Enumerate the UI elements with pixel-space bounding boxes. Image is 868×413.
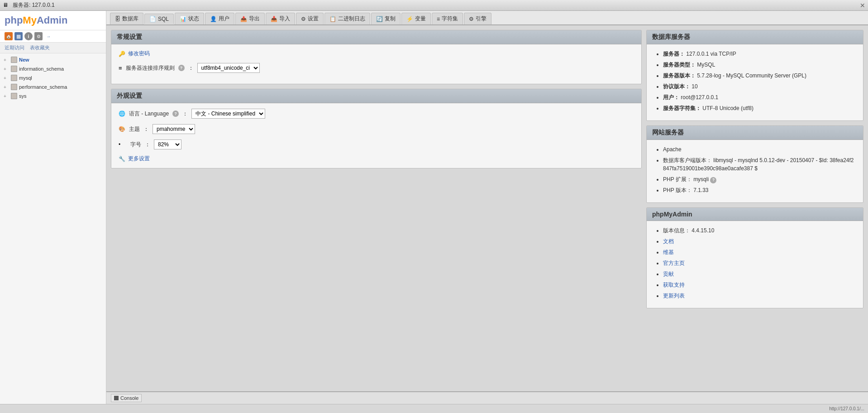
phpmyadmin-info-panel: phpMyAdmin 版本信息： 4.4.15.10文档维基官方主页贡献获取支持… — [646, 207, 863, 308]
web-server-title: 网站服务器 — [647, 126, 863, 140]
db-server-list: 服务器： 127.0.0.1 via TCP/IP服务器类型： MySQL服务器… — [654, 50, 856, 112]
collation-select[interactable]: utf8mb4_unicode_ci utf8_general_ci latin… — [197, 63, 260, 73]
db-list-item[interactable]: + mysql — [0, 73, 106, 82]
pma-info-item[interactable]: 更新列表 — [663, 292, 856, 300]
pma-info-item[interactable]: 官方主页 — [663, 259, 856, 267]
info-icon[interactable]: i — [24, 32, 33, 40]
tab-导入[interactable]: 📥导入 — [266, 13, 295, 24]
web-server-item: PHP 版本： 7.1.33 — [663, 186, 856, 194]
theme-select[interactable]: pmahomme original — [153, 124, 195, 134]
sidebar-nav: 近期访问 表收藏夹 — [0, 43, 106, 53]
fontsize-label: 字号 — [130, 141, 141, 149]
tab-icon: 📋 — [329, 16, 336, 22]
tab-用户[interactable]: 👤用户 — [205, 13, 234, 24]
db-list-item[interactable]: + sys — [0, 91, 106, 101]
change-password-link[interactable]: 🔑 修改密码 — [119, 50, 634, 58]
pma-link[interactable]: 更新列表 — [663, 293, 685, 299]
home-icon[interactable]: 🏠 — [5, 32, 13, 40]
db-server-item: 协议版本： 10 — [663, 82, 856, 91]
tab-icon: 🗄 — [115, 16, 120, 22]
mysqli-help-icon[interactable]: ? — [710, 177, 716, 183]
tab-SQL[interactable]: 📄SQL — [144, 14, 174, 24]
tab-二进制日志[interactable]: 📋二进制日志 — [324, 13, 370, 24]
language-icon: 🌐 — [119, 110, 125, 117]
db-name: mysql — [19, 75, 32, 81]
pma-link[interactable]: 贡献 — [663, 271, 674, 277]
db-icon — [11, 84, 17, 90]
tab-设置[interactable]: ⚙设置 — [296, 13, 324, 24]
tab-label: 数据库 — [122, 15, 138, 23]
tab-icon: 🔄 — [376, 16, 383, 22]
tab-状态[interactable]: 📊状态 — [175, 13, 204, 24]
db-server-title: 数据库服务器 — [647, 30, 863, 44]
db-server-item: 服务器版本： 5.7.28-log - MySQL Community Serv… — [663, 72, 856, 80]
pma-link[interactable]: 维基 — [663, 249, 674, 255]
appearance-settings-title: 外观设置 — [111, 89, 641, 103]
tab-icon: ⚙ — [469, 16, 474, 22]
pma-link[interactable]: 文档 — [663, 238, 674, 245]
tab-bar: 🗄数据库📄SQL📊状态👤用户📤导出📥导入⚙设置📋二进制日志🔄复制⚡变量≡字符集⚙… — [106, 11, 868, 25]
db-server-item: 服务器字符集： UTF-8 Unicode (utf8) — [663, 104, 856, 112]
tab-数据库[interactable]: 🗄数据库 — [110, 13, 143, 24]
tab-导出[interactable]: 📤导出 — [235, 13, 265, 24]
web-server-body: Apache数据库客户端版本： libmysql - mysqlnd 5.0.1… — [647, 140, 863, 202]
tab-变量[interactable]: ⚡变量 — [401, 13, 431, 24]
window-titlebar: 🖥 服务器: 127.0.0.1 ✕ — [0, 0, 868, 11]
language-select[interactable]: 中文 - Chinese simplified English — [191, 109, 265, 119]
general-settings-title: 常规设置 — [111, 30, 641, 44]
main-area: 🗄数据库📄SQL📊状态👤用户📤导出📥导入⚙设置📋二进制日志🔄复制⚡变量≡字符集⚙… — [106, 11, 868, 404]
language-row: 🌐 语言 - Language ? ： 中文 - Chinese simplif… — [119, 109, 634, 119]
key-icon: 🔑 — [119, 51, 125, 57]
language-help-icon[interactable]: ? — [172, 110, 179, 117]
tab-icon: ⚙ — [301, 16, 306, 22]
sidebar-icon-bar: 🏠 ▦ i ⚙ → — [0, 30, 106, 43]
tab-icon: 📤 — [240, 16, 247, 22]
close-button[interactable]: ✕ — [860, 2, 865, 9]
db-server-body: 服务器： 127.0.0.1 via TCP/IP服务器类型： MySQL服务器… — [647, 44, 863, 120]
collation-row: ≡ 服务器连接排序规则 ? ： utf8mb4_unicode_ci utf8_… — [119, 63, 634, 73]
pma-link[interactable]: 获取支持 — [663, 282, 685, 288]
pma-link[interactable]: 官方主页 — [663, 260, 685, 266]
fontsize-row: • 字号 ： 82% 100% 120% — [119, 139, 634, 149]
expand-icon: + — [4, 85, 9, 90]
tab-icon: ⚡ — [406, 16, 413, 22]
recent-visits-link[interactable]: 近期访问 — [5, 44, 24, 51]
collation-icon: ≡ — [119, 65, 122, 72]
pma-info-item[interactable]: 贡献 — [663, 270, 856, 278]
db-icon — [11, 57, 17, 63]
db-icon — [11, 75, 17, 81]
settings-icon[interactable]: ⚙ — [34, 32, 43, 40]
db-list-item[interactable]: + information_schema — [0, 64, 106, 73]
tab-label: 引擎 — [476, 15, 486, 23]
left-panels: 常规设置 🔑 修改密码 ≡ 服务器连接排序规则 ? ： utf8mb — [111, 30, 642, 387]
expand-icon: + — [4, 76, 9, 81]
database-icon[interactable]: ▦ — [14, 32, 23, 40]
fontsize-select[interactable]: 82% 100% 120% — [154, 139, 181, 149]
tab-icon: 📥 — [271, 16, 277, 22]
db-list-item[interactable]: + performance_schema — [0, 82, 106, 91]
tab-字符集[interactable]: ≡字符集 — [432, 13, 463, 24]
logo-area: phpMyAdmin — [0, 11, 106, 30]
content-area: 常规设置 🔑 修改密码 ≡ 服务器连接排序规则 ? ： utf8mb — [106, 25, 868, 391]
pma-info-item[interactable]: 文档 — [663, 237, 856, 245]
window-icon: 🖥 — [3, 2, 10, 9]
collation-help-icon[interactable]: ? — [178, 65, 185, 71]
tab-label: SQL — [158, 16, 169, 22]
db-list-item[interactable]: + New — [0, 55, 106, 64]
console-button[interactable]: Console — [111, 394, 142, 402]
tab-icon: 👤 — [210, 16, 217, 22]
favorites-link[interactable]: 表收藏夹 — [30, 44, 50, 51]
database-list: + New + information_schema + mysql + per… — [0, 53, 106, 404]
db-server-item: 服务器： 127.0.0.1 via TCP/IP — [663, 50, 856, 58]
web-server-item: 数据库客户端版本： libmysql - mysqlnd 5.0.12-dev … — [663, 156, 856, 173]
tab-复制[interactable]: 🔄复制 — [371, 13, 401, 24]
arrow-icon[interactable]: → — [44, 32, 52, 40]
statusbar-text: http://127.0.0.1/... — [829, 406, 864, 411]
sidebar: phpMyAdmin 🏠 ▦ i ⚙ → 近期访问 表收藏夹 + New + i… — [0, 11, 106, 404]
more-settings-link[interactable]: 🔧 更多设置 — [119, 155, 634, 163]
pma-info-item[interactable]: 获取支持 — [663, 281, 856, 289]
tab-label: 变量 — [415, 15, 426, 23]
pma-info-item[interactable]: 维基 — [663, 248, 856, 256]
theme-icon: 🎨 — [119, 126, 125, 132]
tab-引擎[interactable]: ⚙引擎 — [464, 13, 491, 24]
